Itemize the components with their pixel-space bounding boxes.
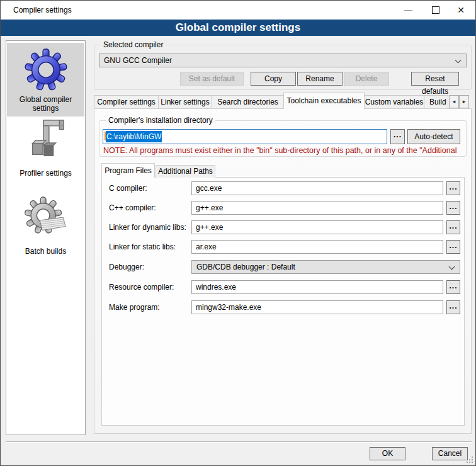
sidebar-item-label: Global compiler settings: [16, 95, 76, 113]
field-label: Debugger:: [109, 263, 144, 271]
selected-path-text: C:\raylib\MinGW: [106, 131, 162, 142]
close-icon: ✕: [457, 6, 465, 14]
set-as-default-button[interactable]: Set as default: [180, 72, 244, 86]
right-arrow-icon: ▸: [463, 98, 466, 105]
field-label: C++ compiler:: [109, 203, 156, 212]
compiler-settings-dialog: Compiler settings ✕ Global compiler sett…: [0, 0, 476, 466]
debugger-select-value: GDB/CDB debugger : Default: [196, 263, 295, 271]
browse-button[interactable]: ...: [446, 240, 460, 254]
subtab-program-files[interactable]: Program Files: [101, 163, 155, 178]
compiler-select-value: GNU GCC Compiler: [104, 56, 172, 65]
browse-button[interactable]: ...: [446, 181, 460, 195]
left-arrow-icon: ◂: [453, 98, 456, 105]
installation-directory-input[interactable]: C:\raylib\MinGW: [103, 129, 387, 144]
tab-scroll-left-button[interactable]: ◂: [449, 95, 459, 108]
copy-button[interactable]: Copy: [251, 72, 296, 86]
compiler-select[interactable]: GNU GCC Compiler: [99, 54, 467, 67]
field-label: Linker for static libs:: [109, 242, 176, 251]
browse-button[interactable]: ...: [446, 280, 460, 294]
title-bar[interactable]: Compiler settings ✕: [1, 1, 475, 20]
gear-stack-icon: [7, 196, 84, 243]
selected-compiler-group-label: Selected compiler: [101, 40, 166, 49]
chevron-down-icon: [449, 264, 455, 270]
resource-compiler-input[interactable]: windres.exe: [191, 280, 443, 294]
sidebar-item-label: Profiler settings: [7, 169, 84, 178]
maximize-icon: [432, 6, 439, 14]
chevron-down-icon: [455, 57, 462, 64]
note-text: NOTE: All programs must exist either in …: [103, 146, 465, 155]
cancel-button[interactable]: Cancel: [432, 447, 468, 460]
tab-compiler-settings[interactable]: Compiler settings: [94, 95, 159, 109]
rename-button[interactable]: Rename: [297, 72, 343, 86]
sidebar: Global compiler settings: [6, 40, 86, 435]
browse-button[interactable]: ...: [446, 201, 460, 215]
browse-button[interactable]: ...: [446, 300, 460, 314]
sidebar-item-label: Batch builds: [7, 247, 84, 256]
tab-build-options[interactable]: Build options: [424, 95, 448, 109]
close-button[interactable]: ✕: [450, 1, 472, 20]
delete-button[interactable]: Delete: [344, 72, 389, 86]
browse-directory-button[interactable]: ...: [390, 129, 405, 144]
tab-toolchain-executables[interactable]: Toolchain executables: [283, 93, 365, 109]
minimize-icon: [404, 10, 412, 11]
gear-icon: [7, 48, 84, 94]
sidebar-item-profiler-settings[interactable]: Profiler settings: [7, 118, 84, 178]
tab-linker-settings[interactable]: Linker settings: [158, 95, 212, 109]
field-label: C compiler:: [109, 184, 147, 193]
installation-directory-group-label: Compiler's installation directory: [106, 116, 215, 125]
caliper-icon: [7, 118, 84, 165]
cpp-compiler-input[interactable]: g++.exe: [191, 201, 443, 215]
subtab-additional-paths[interactable]: Additional Paths: [156, 165, 215, 178]
tab-scroll-right-button[interactable]: ▸: [459, 95, 469, 108]
maximize-button[interactable]: [425, 1, 446, 20]
browse-button[interactable]: ...: [446, 220, 460, 234]
make-program-input[interactable]: mingw32-make.exe: [191, 300, 443, 314]
static-linker-input[interactable]: ar.exe: [191, 240, 443, 254]
dynamic-linker-input[interactable]: g++.exe: [191, 220, 443, 234]
c-compiler-input[interactable]: gcc.exe: [191, 181, 443, 195]
reset-defaults-button[interactable]: Reset defaults: [411, 72, 459, 86]
window-title: Compiler settings: [13, 6, 72, 14]
sidebar-item-global-compiler-settings[interactable]: Global compiler settings: [7, 43, 84, 116]
dialog-header: Global compiler settings: [1, 20, 475, 36]
ok-button[interactable]: OK: [370, 447, 405, 460]
tab-search-directories[interactable]: Search directories: [212, 95, 284, 109]
field-label: Linker for dynamic libs:: [109, 223, 186, 232]
tab-custom-variables[interactable]: Custom variables: [364, 95, 424, 109]
debugger-select[interactable]: GDB/CDB debugger : Default: [191, 260, 460, 274]
resize-grip[interactable]: [472, 462, 473, 463]
footer-separator-highlight: [6, 442, 472, 443]
sidebar-item-batch-builds[interactable]: Batch builds: [7, 196, 84, 256]
auto-detect-button[interactable]: Auto-detect: [407, 129, 460, 144]
minimize-button[interactable]: [397, 1, 419, 20]
field-label: Resource compiler:: [109, 283, 174, 292]
field-label: Make program:: [109, 303, 160, 312]
